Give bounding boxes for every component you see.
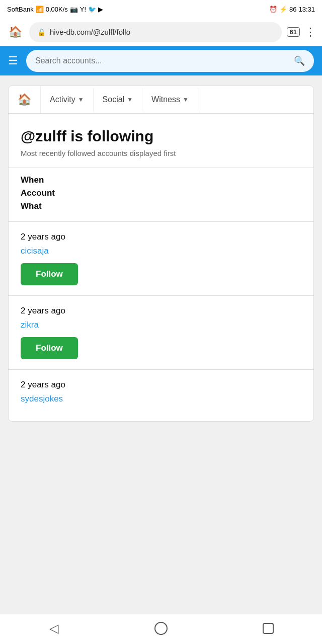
table-row: 2 years ago cicisaja Follow [9, 221, 313, 295]
twitter-icon: 🐦 [88, 6, 96, 13]
status-bar: SoftBank 📶 0,00K/s 📷 Y! 🐦 ▶ ⏰ ⚡ 86 13:31 [0, 0, 322, 18]
account-link[interactable]: sydesjokes [21, 394, 301, 404]
battery-text: 86 [289, 6, 296, 13]
when-label: 2 years ago [21, 232, 301, 242]
search-input[interactable] [35, 56, 289, 65]
signal-icon: 📶 [36, 6, 44, 13]
tab-witness[interactable]: Witness ▼ [142, 88, 198, 111]
account-link[interactable]: cicisaja [21, 246, 301, 256]
lock-icon: 🔒 [37, 28, 46, 36]
table-row: 2 years ago zikra Follow [9, 295, 313, 369]
header-when: When [21, 175, 301, 185]
url-text: hive-db.com/@zulff/follo [50, 28, 274, 36]
hamburger-menu[interactable]: ☰ [8, 54, 18, 67]
when-label: 2 years ago [21, 306, 301, 316]
youtube-icon: ▶ [98, 6, 103, 13]
recents-button[interactable] [253, 619, 283, 637]
bluetooth-icon: ⚡ [279, 6, 287, 13]
tab-activity[interactable]: Activity ▼ [41, 88, 94, 111]
page-title: @zulff is following [21, 128, 301, 145]
header-account: Account [21, 188, 301, 198]
instagram-icon: 📷 [70, 6, 78, 13]
tab-social[interactable]: Social ▼ [94, 88, 142, 111]
activity-chevron: ▼ [78, 96, 84, 103]
yahoo-icon: Y! [80, 6, 86, 13]
home-button[interactable] [146, 619, 176, 637]
back-button[interactable]: ◁ [39, 619, 69, 637]
tab-home[interactable]: 🏠 [9, 86, 41, 113]
follow-button[interactable]: Follow [21, 337, 78, 359]
browser-bar: 🏠 🔒 hive-db.com/@zulff/follo 61 ⋮ [0, 18, 322, 46]
social-chevron: ▼ [127, 96, 133, 103]
browser-home-button[interactable]: 🏠 [6, 23, 24, 41]
bottom-nav: ◁ [0, 614, 322, 644]
alarm-icon: ⏰ [269, 6, 277, 13]
time-text: 13:31 [298, 6, 315, 13]
carrier-text: SoftBank [7, 6, 34, 13]
status-right: ⏰ ⚡ 86 13:31 [269, 6, 315, 13]
table-row: 2 years ago sydesjokes [9, 369, 313, 421]
account-link[interactable]: zikra [21, 320, 301, 330]
page-header: @zulff is following Most recently follow… [9, 114, 313, 168]
witness-chevron: ▼ [183, 96, 189, 103]
main-content: 🏠 Activity ▼ Social ▼ Witness ▼ @zulff i… [0, 75, 322, 480]
speed-text: 0,00K/s [46, 6, 68, 13]
search-icon: 🔍 [294, 55, 305, 66]
main-card: 🏠 Activity ▼ Social ▼ Witness ▼ @zulff i… [8, 86, 314, 422]
svg-rect-1 [263, 623, 273, 633]
url-bar[interactable]: 🔒 hive-db.com/@zulff/follo [29, 22, 282, 42]
follow-button[interactable]: Follow [21, 263, 78, 285]
top-nav: ☰ 🔍 [0, 46, 322, 75]
header-what: What [21, 201, 301, 211]
status-left: SoftBank 📶 0,00K/s 📷 Y! 🐦 ▶ [7, 6, 103, 13]
when-label: 2 years ago [21, 380, 301, 390]
svg-point-0 [155, 622, 167, 634]
browser-menu-button[interactable]: ⋮ [305, 26, 316, 39]
page-subtitle: Most recently followed accounts displaye… [21, 149, 301, 157]
nav-tabs: 🏠 Activity ▼ Social ▼ Witness ▼ [9, 86, 313, 114]
table-header: When Account What [9, 168, 313, 221]
tab-count-badge[interactable]: 61 [287, 27, 300, 37]
search-bar[interactable]: 🔍 [26, 50, 314, 72]
